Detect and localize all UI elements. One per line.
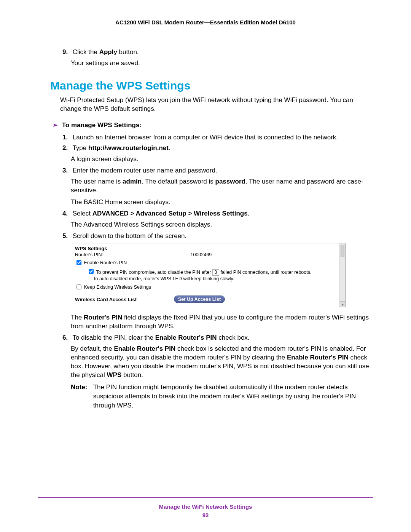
pin-fail-count-input[interactable]: 3 (212, 269, 219, 276)
keep-existing-label: Keep Existing Wireless Settings (84, 284, 151, 290)
footer-page-number: 92 (0, 512, 411, 518)
step-5-text: Scroll down to the bottom of the screen. (73, 232, 187, 240)
step-9-number: 9. (62, 48, 71, 56)
step-5: 5. Scroll down to the bottom of the scre… (62, 232, 373, 240)
step-1-text: Launch an Internet browser from a comput… (73, 134, 338, 141)
keep-existing-checkbox[interactable] (76, 284, 81, 289)
step-1: 1. Launch an Internet browser from a com… (62, 134, 373, 141)
step-9: 9. Click the Apply button. (62, 48, 373, 56)
keep-existing-row: Keep Existing Wireless Settings (75, 283, 341, 291)
enable-router-pin-row: Enable Router's PIN (75, 259, 341, 266)
step-2-text: Type http://www.routerlogin.net. (72, 144, 170, 152)
enable-router-pin-checkbox[interactable] (76, 260, 81, 265)
step-3-text: Enter the modem router user name and pas… (73, 167, 217, 174)
step-4-sub: The Advanced Wireless Settings screen di… (71, 220, 373, 229)
scrollbar-thumb[interactable] (341, 245, 344, 257)
step-5-sub: The Router's PIN field displays the fixe… (71, 313, 373, 331)
section-intro: Wi-Fi Protected Setup (WPS) lets you joi… (60, 96, 373, 113)
step-9-text: Click the Apply button. (73, 48, 139, 56)
step-6: 6. To disable the PIN, clear the Enable … (62, 334, 373, 342)
router-screenshot: WPS Settings Router's PIN: 10002469 Enab… (71, 243, 346, 308)
scrollbar[interactable]: ▾ (339, 243, 345, 307)
router-pin-value: 10002469 (190, 252, 212, 257)
section-heading: Manage the WPS Settings (50, 79, 373, 92)
step-2: 2. Type http://www.routerlogin.net. (62, 144, 373, 152)
procedure-heading: ➢ To manage WPS Settings: (53, 121, 373, 129)
step-4: 4. Select ADVANCED > Advanced Setup > Wi… (62, 210, 373, 217)
step-4-text: Select ADVANCED > Advanced Setup > Wirel… (73, 210, 250, 217)
router-pin-label: Router's PIN: (75, 252, 189, 257)
note-block: Note: The PIN function might temporarily… (71, 383, 373, 410)
note-label: Note: (71, 383, 91, 392)
auto-disable-pin-row: To prevent PIN compromise, auto disable … (87, 268, 341, 282)
router-pin-row: Router's PIN: 10002469 (75, 252, 341, 257)
enable-router-pin-label: Enable Router's PIN (84, 260, 127, 265)
chevron-right-icon: ➢ (53, 121, 58, 129)
setup-access-list-button[interactable]: Set Up Access List (174, 296, 225, 303)
footer-section-title: Manage the WiFi Network Settings (0, 503, 411, 510)
auto-disable-note: In auto disabled mode, router's WPS LED … (94, 276, 341, 282)
footer-rule (38, 497, 373, 498)
wireless-acl-label: Wireless Card Access List (75, 297, 174, 302)
document-header: AC1200 WiFi DSL Modem Router—Essentials … (38, 19, 373, 26)
wps-settings-title: WPS Settings (75, 246, 341, 251)
auto-disable-pin-checkbox[interactable] (89, 269, 94, 274)
step-6-text: To disable the PIN, clear the Enable Rou… (72, 334, 249, 341)
step-3-sub2: The BASIC Home screen displays. (71, 198, 373, 207)
scroll-down-icon[interactable]: ▾ (340, 301, 345, 307)
procedure-heading-text: To manage WPS Settings: (62, 121, 142, 129)
step-2-sub: A login screen displays. (71, 155, 373, 164)
note-text: The PIN function might temporarily be di… (93, 383, 360, 410)
step-6-sub: By default, the Enable Router's PIN chec… (71, 345, 373, 380)
step-3-sub1: The user name is admin. The default pass… (71, 177, 373, 195)
step-3: 3. Enter the modem router user name and … (62, 167, 373, 174)
step-9-sub: Your settings are saved. (71, 59, 373, 68)
